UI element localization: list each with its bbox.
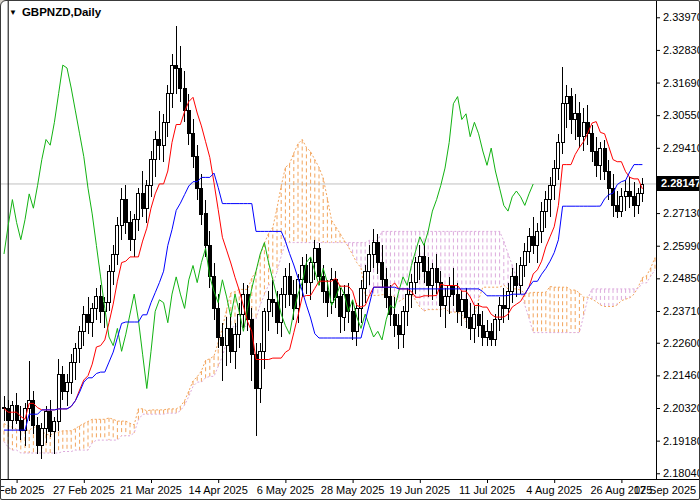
candle — [313, 248, 316, 262]
svg-text:2.21460: 2.21460 — [663, 369, 699, 381]
candle — [595, 151, 598, 165]
candle — [175, 65, 178, 68]
candle — [616, 205, 619, 211]
candle — [66, 383, 69, 392]
candle — [565, 97, 568, 104]
svg-text:28 May 2025: 28 May 2025 — [321, 484, 385, 496]
symbol-timeframe-label: GBPNZD,Daily — [22, 6, 101, 18]
candle — [70, 363, 73, 383]
svg-text:2.32830: 2.32830 — [663, 44, 699, 56]
candle — [360, 288, 363, 308]
candle — [162, 122, 165, 145]
svg-text:17 Sep 2025: 17 Sep 2025 — [634, 484, 696, 496]
candle — [7, 409, 10, 420]
candle — [460, 300, 463, 311]
candle — [19, 420, 22, 430]
candle — [402, 311, 405, 334]
candle — [557, 142, 560, 168]
svg-text:2.30550: 2.30550 — [663, 109, 699, 121]
tenkan-sen — [4, 97, 642, 419]
candle — [414, 263, 417, 283]
chart-window: ▼ GBPNZD,Daily 2.339702.328302.316902.30… — [0, 0, 700, 500]
candle — [494, 320, 497, 340]
candle — [40, 429, 43, 446]
candle — [498, 306, 501, 320]
svg-text:2.23710: 2.23710 — [663, 305, 699, 317]
svg-text:2.25990: 2.25990 — [663, 240, 699, 252]
candle — [603, 148, 606, 171]
candle — [574, 114, 577, 120]
svg-text:2.19180: 2.19180 — [663, 435, 699, 447]
candle — [444, 297, 447, 306]
svg-text:2.24850: 2.24850 — [663, 272, 699, 284]
candle — [561, 104, 564, 143]
candle — [397, 326, 400, 335]
candle — [74, 349, 77, 363]
candle — [456, 294, 459, 311]
candle — [570, 97, 573, 120]
candle — [481, 326, 484, 337]
candle — [234, 334, 237, 351]
candle — [57, 374, 60, 421]
price-chart[interactable]: 2.339702.328302.316902.305502.294102.282… — [1, 1, 699, 499]
candle — [36, 426, 39, 446]
price-axis[interactable]: 2.339702.328302.316902.305502.294102.282… — [656, 11, 699, 479]
candle — [452, 286, 455, 295]
candle — [217, 308, 220, 337]
candle — [507, 291, 510, 308]
candle — [11, 406, 14, 420]
candle — [78, 331, 81, 348]
candle — [351, 311, 354, 331]
candle — [183, 88, 186, 111]
candle — [620, 197, 623, 211]
svg-text:27 Feb 2025: 27 Feb 2025 — [53, 484, 115, 496]
candle — [372, 243, 375, 254]
senkou-span-b — [4, 231, 655, 453]
candle — [276, 303, 279, 323]
candle — [544, 200, 547, 211]
candle — [309, 263, 312, 283]
candle — [95, 297, 98, 308]
candle — [129, 223, 132, 240]
candle — [477, 314, 480, 325]
candle — [406, 294, 409, 311]
candle — [553, 168, 556, 185]
candle — [318, 248, 321, 277]
candle — [225, 328, 228, 345]
candle — [171, 65, 174, 94]
candle — [158, 140, 161, 146]
svg-text:6 May 2025: 6 May 2025 — [257, 484, 314, 496]
candle — [179, 68, 182, 88]
svg-text:2.27130: 2.27130 — [663, 207, 699, 219]
candle — [263, 311, 266, 351]
candle — [523, 251, 526, 265]
candle — [427, 271, 430, 285]
axes — [1, 1, 699, 480]
candle — [418, 257, 421, 263]
candle — [469, 317, 472, 328]
candle — [624, 191, 627, 197]
candle — [511, 277, 514, 291]
candle — [637, 194, 640, 205]
candle — [633, 197, 636, 206]
candle — [3, 407, 6, 408]
candle — [473, 314, 476, 328]
candle — [532, 237, 535, 246]
svg-text:2.18040: 2.18040 — [663, 467, 699, 479]
svg-text:2.29410: 2.29410 — [663, 142, 699, 154]
candle — [124, 200, 127, 223]
candle — [137, 194, 140, 220]
symbol-selector[interactable]: ▼ GBPNZD,Daily — [9, 6, 101, 18]
candle — [45, 411, 48, 428]
svg-text:4 Aug 2025: 4 Aug 2025 — [526, 484, 582, 496]
candle — [154, 140, 157, 160]
candle — [607, 171, 610, 188]
candle — [271, 300, 274, 303]
candle — [376, 243, 379, 263]
candle — [628, 191, 631, 197]
time-axis[interactable]: 5 Feb 202527 Feb 202521 Mar 202514 Apr 2… — [1, 479, 696, 496]
svg-text:14 Apr 2025: 14 Apr 2025 — [189, 484, 248, 496]
candle — [448, 286, 451, 297]
candle — [502, 306, 505, 309]
candle — [326, 291, 329, 302]
